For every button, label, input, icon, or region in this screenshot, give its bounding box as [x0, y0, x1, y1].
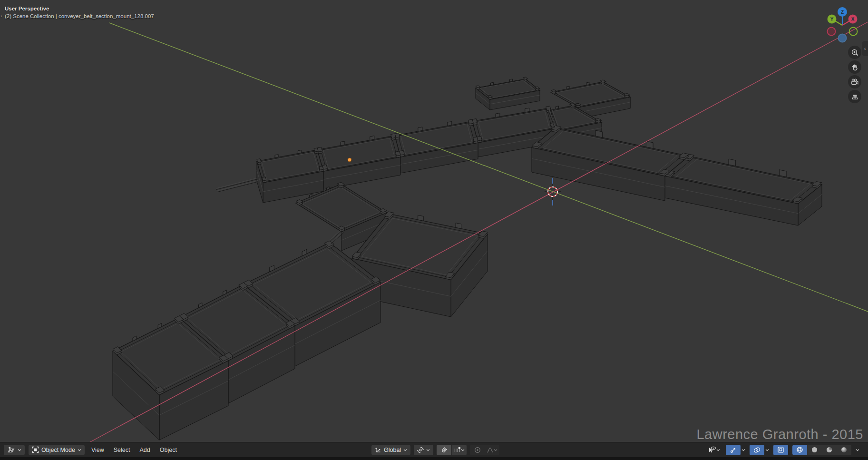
chevron-down-icon: [856, 449, 859, 451]
camera-view-button[interactable]: [848, 75, 861, 88]
zoom-button[interactable]: [848, 46, 861, 59]
breadcrumb-expand-icon: ›: [0, 12, 2, 20]
menu-object[interactable]: Object: [157, 447, 180, 453]
mode-label: Object Mode: [41, 447, 75, 453]
solid-shading-icon: [811, 446, 818, 453]
svg-text:Y: Y: [830, 17, 834, 22]
status-bar: [0, 457, 868, 460]
rendered-shading-icon: [840, 446, 848, 453]
material-shading-icon: [826, 446, 833, 453]
chevron-down-icon: [78, 449, 81, 451]
menu-select[interactable]: Select: [111, 447, 133, 453]
chevron-down-icon: [18, 449, 21, 451]
visibility-icon: [708, 446, 716, 453]
viewport-header: Object Mode View Select Add Object Globa…: [0, 442, 868, 457]
viewport-canvas[interactable]: [0, 0, 868, 460]
chevron-down-icon: [426, 449, 430, 451]
editor-type-button[interactable]: [4, 445, 25, 455]
axis-gizmo[interactable]: ZYX: [820, 3, 864, 47]
snap-toggle-button[interactable]: [437, 445, 451, 455]
gizmo-icon: [730, 447, 737, 453]
magnet-icon: [441, 447, 448, 453]
shading-material-button[interactable]: [822, 445, 837, 455]
pivot-point-button[interactable]: [414, 445, 433, 455]
shading-wireframe-button[interactable]: [792, 445, 807, 455]
xray-icon: [777, 446, 784, 453]
camera-icon: [850, 78, 859, 86]
orientation-label: Global: [384, 447, 401, 453]
falloff-curve-icon: [487, 447, 494, 453]
proportional-edit-button[interactable]: [470, 445, 485, 455]
show-overlays-button[interactable]: [750, 445, 764, 455]
svg-text:Z: Z: [841, 10, 844, 15]
wireframe-shading-icon: [796, 446, 803, 453]
chevron-down-icon: [494, 449, 497, 451]
axis-x-neg: [828, 28, 836, 36]
zoom-icon: [851, 49, 859, 57]
orientation-axes-icon: [375, 447, 381, 453]
overlays-icon: [753, 447, 761, 453]
watermark: Lawrence Granroth - 2015: [696, 427, 863, 442]
sidebar-toggle-tab[interactable]: ‹: [862, 41, 868, 56]
svg-text:X: X: [851, 17, 855, 22]
axis-z-neg: [839, 34, 847, 42]
chevron-down-icon: [461, 449, 465, 451]
pan-button[interactable]: [848, 60, 861, 74]
shading-solid-button[interactable]: [807, 445, 822, 455]
chevron-down-icon: [403, 449, 407, 451]
transform-orientation-button[interactable]: Global: [371, 445, 410, 455]
show-object-types-button[interactable]: [707, 445, 722, 455]
chevron-down-icon: [716, 449, 720, 451]
toggle-ortho-button[interactable]: [848, 90, 861, 103]
chevron-down-icon: [765, 449, 769, 451]
shading-rendered-button[interactable]: [837, 445, 851, 455]
menu-add[interactable]: Add: [137, 447, 153, 453]
ortho-grid-icon: [851, 93, 859, 101]
breadcrumb: (2) Scene Collection | conveyer_belt_sec…: [5, 12, 154, 20]
proportional-falloff-button[interactable]: [485, 445, 499, 455]
object-mode-icon: [32, 446, 39, 453]
viewport-nav-buttons: [848, 46, 861, 103]
axis-y-neg: [849, 28, 858, 36]
blender-3d-viewport: User Perspective › (2) Scene Collection …: [0, 0, 868, 460]
mode-select-button[interactable]: Object Mode: [29, 445, 85, 455]
proportional-icon: [474, 447, 481, 453]
pivot-icon: [417, 447, 424, 453]
snap-target-button[interactable]: [452, 445, 467, 455]
editor-type-icon: [7, 446, 15, 453]
viewport-overlay-text: User Perspective › (2) Scene Collection …: [5, 5, 154, 20]
menu-view[interactable]: View: [88, 447, 107, 453]
view-perspective-label: User Perspective: [5, 5, 154, 12]
hand-icon: [851, 63, 859, 71]
object-origin-dot: [348, 158, 351, 162]
show-gizmo-button[interactable]: [726, 445, 741, 455]
chevron-left-icon: ‹: [864, 46, 866, 51]
chevron-down-icon: [741, 449, 745, 451]
xray-toggle-button[interactable]: [773, 445, 788, 455]
snap-increment-icon: [454, 447, 461, 453]
